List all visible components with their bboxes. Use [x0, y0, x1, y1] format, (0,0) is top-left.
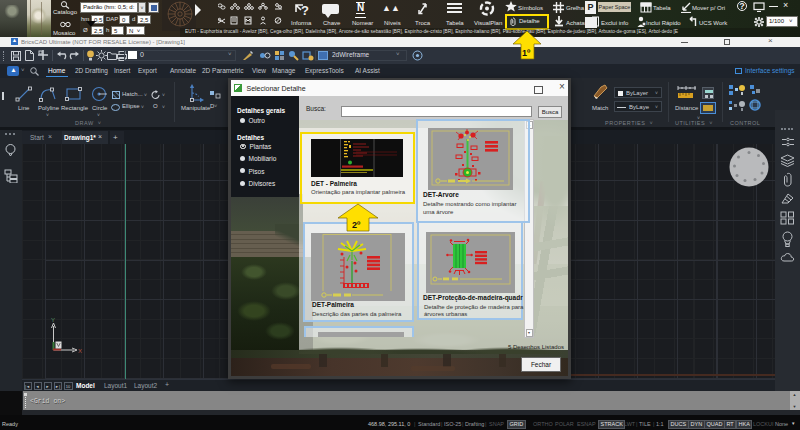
svg-text:1º: 1º [522, 48, 531, 58]
svg-text:2º: 2º [352, 220, 361, 230]
svg-text:?: ? [301, 3, 309, 16]
svg-text:Y: Y [51, 317, 55, 323]
svg-text:X: X [78, 348, 82, 354]
